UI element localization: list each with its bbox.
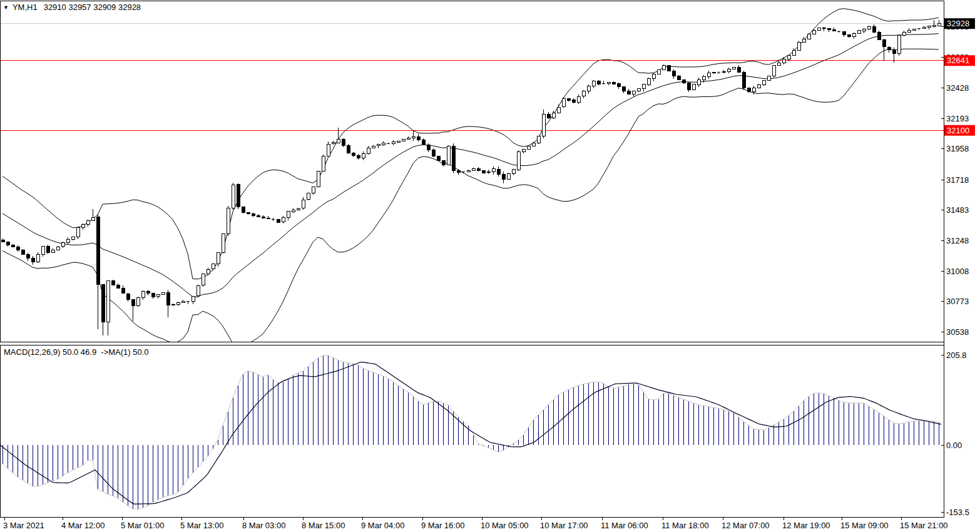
candle [272,218,275,221]
candle [457,169,460,175]
candle [667,65,670,71]
price-panel [1,9,944,345]
candle [392,140,395,145]
candle [602,81,605,84]
candle [36,252,39,263]
candle [156,294,160,299]
time-tick-label: 5 Mar 01:00 [121,521,164,530]
candle [146,290,150,295]
candle [96,214,100,329]
candle [622,86,625,93]
candle [692,84,695,90]
candle [912,29,916,31]
candle [612,81,615,85]
candle [61,242,64,248]
candle [547,112,550,119]
candle [747,88,750,93]
candle [732,67,735,70]
candle [312,187,315,195]
candle [377,144,380,148]
candle [767,76,770,81]
time-tick-label: 11 Mar 06:00 [601,521,648,530]
candle [642,84,645,91]
candle [427,143,430,152]
candle [166,290,170,317]
candle [867,26,870,30]
time-tick-label: 3 Mar 2021 [3,521,44,530]
candle [917,28,921,30]
candle [317,171,320,187]
candle [101,284,105,335]
candle [907,28,911,33]
hline-price-badge-label: 32100 [947,126,969,135]
time-tick-label: 5 Mar 13:00 [180,521,223,530]
candle [161,292,165,295]
candle [327,141,330,156]
symbol-dropdown-icon[interactable]: ▼ [3,4,9,11]
macd-histogram [3,356,939,509]
macd-panel [0,356,941,509]
candle [6,242,9,247]
time-tick-label: 10 Mar 17:00 [540,521,588,530]
candle [762,80,765,86]
candle [842,31,845,36]
candle [852,33,855,38]
candle [91,209,94,221]
candle [467,170,470,172]
candle [677,75,680,81]
candle [727,68,730,73]
candle [832,28,835,31]
candle [537,136,540,144]
candle [882,39,886,61]
price-tick-label: 30773 [946,297,969,306]
candle [367,146,370,155]
candle [342,138,345,147]
candle [657,69,660,74]
candle [186,301,190,304]
price-tick-label: 31483 [946,205,969,215]
candle [902,31,906,37]
candle [817,28,820,31]
macd-panel-border [1,345,944,518]
price-tick-label: 31008 [946,267,969,276]
candle [237,183,240,209]
time-tick-label: 12 Mar 07:00 [722,521,770,530]
candle [827,28,830,32]
ohlc-values: 32910 32957 32909 32928 [44,3,141,12]
candle [362,151,365,160]
candle [207,268,210,275]
candle [277,219,280,223]
candle [927,26,931,29]
candle [562,97,565,108]
candle [202,274,205,287]
candle [402,139,405,141]
candle [672,69,675,79]
candle [682,79,685,84]
candle [252,213,255,218]
candle [257,214,260,217]
price-tick-label: 30538 [946,327,969,337]
time-tick-label: 4 Mar 12:00 [61,521,105,530]
time-tick-label: 12 Mar 19:00 [782,521,830,530]
candle [212,263,215,270]
candle [582,90,585,99]
candle [86,220,89,227]
candle [822,27,825,31]
candle [397,141,400,143]
candle [572,98,575,103]
candle [877,31,880,39]
candle [181,300,185,303]
candle [26,253,29,261]
candle [297,208,300,211]
candle [171,304,175,305]
candle [872,24,875,33]
price-axis-labels: 3290332668324283219331958317183148331248… [941,22,969,337]
candle [792,48,795,56]
candle [387,143,390,144]
candle [802,37,805,43]
price-chart-canvas[interactable]: 3290332668324283219331958317183148331248… [0,0,980,532]
price-tick-label: 31248 [946,236,969,245]
candle [322,155,325,172]
candle [487,170,490,174]
macd-tick-label: 205.8 [946,350,967,360]
